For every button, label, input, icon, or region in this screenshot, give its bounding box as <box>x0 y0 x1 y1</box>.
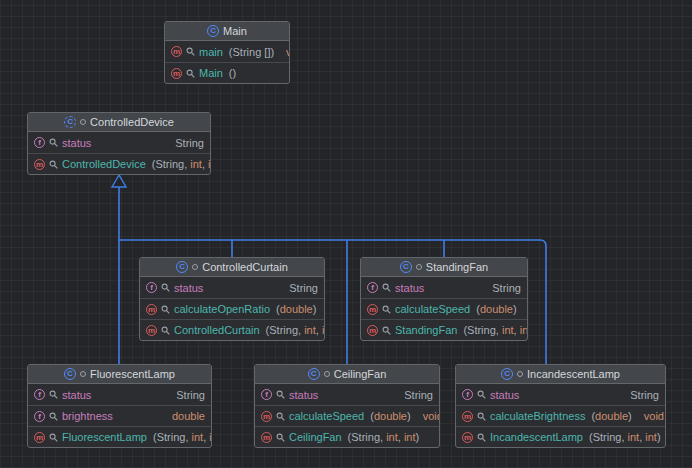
method-row[interactable]: mCeilingFan(String, int, int) <box>255 426 439 447</box>
type-token: ) <box>416 431 420 443</box>
visibility-icon <box>276 412 285 421</box>
field-icon: f <box>34 411 45 422</box>
field-row[interactable]: fbrightnessdouble <box>28 405 211 426</box>
class-header[interactable]: CMain <box>165 22 289 41</box>
method-row[interactable]: mcalculateSpeed(double)void <box>255 405 439 426</box>
field-row[interactable]: fstatusString <box>28 132 210 153</box>
type-token: String <box>175 137 204 149</box>
visibility-icon <box>477 390 486 399</box>
member-type: void <box>278 46 290 58</box>
field-row[interactable]: fstatusString <box>361 277 527 298</box>
method-row[interactable]: mMain() <box>165 62 289 83</box>
type-token: int <box>628 431 640 443</box>
field-row[interactable]: fstatusString <box>140 277 324 298</box>
method-icon: m <box>34 432 45 443</box>
method-row[interactable]: mIncandescentLamp(String, int, int) <box>456 426 665 447</box>
class-node-IncandescentLamp[interactable]: CIncandescentLampfstatusStringmcalculate… <box>455 364 666 448</box>
visibility-icon <box>161 305 170 314</box>
method-row[interactable]: mStandingFan(String, int, int) <box>361 319 527 340</box>
class-icon: C <box>176 261 188 273</box>
class-node-StandingFan[interactable]: CStandingFanfstatusStringmcalculateSpeed… <box>360 257 528 341</box>
member-params: (String, int, int) <box>152 158 211 170</box>
class-icon: C <box>400 261 412 273</box>
method-icon: m <box>367 304 378 315</box>
class-node-CeilingFan[interactable]: CCeilingFanfstatusStringmcalculateSpeed(… <box>254 364 440 448</box>
member-params: () <box>229 67 236 79</box>
member-type: void <box>521 303 528 315</box>
type-token: String <box>492 282 521 294</box>
method-row[interactable]: mcalculateSpeed(double)void <box>361 298 527 319</box>
diagram-canvas[interactable]: CMainmmain(String [])voidmMain()CControl… <box>0 0 692 468</box>
method-row[interactable]: mFluorescentLamp(String, int, int) <box>28 426 211 447</box>
method-row[interactable]: mcalculateOpenRatio(double)void <box>140 298 324 319</box>
method-row[interactable]: mcalculateBrightness(double)void <box>456 405 665 426</box>
field-row[interactable]: fstatusString <box>28 384 211 405</box>
type-token: String <box>176 389 205 401</box>
method-row[interactable]: mmain(String [])void <box>165 41 289 62</box>
class-header[interactable]: CStandingFan <box>361 258 527 277</box>
field-icon: f <box>261 389 272 400</box>
type-token: int <box>190 158 202 170</box>
member-params: (String, int, int) <box>153 431 212 443</box>
type-token: int <box>520 324 528 336</box>
method-icon: m <box>171 68 182 79</box>
modifier-icon <box>80 119 86 125</box>
modifier-icon <box>192 264 198 270</box>
member-type: void <box>320 303 325 315</box>
type-token: String <box>157 431 186 443</box>
class-icon: C <box>207 25 219 37</box>
type-token: int <box>386 431 398 443</box>
type-token: String <box>593 431 622 443</box>
class-node-Main[interactable]: CMainmmain(String [])voidmMain() <box>164 21 290 84</box>
type-token: String <box>269 324 298 336</box>
class-name: CeilingFan <box>334 368 387 380</box>
method-row[interactable]: mControlledCurtain(String, int, int) <box>140 319 324 340</box>
modifier-icon <box>324 371 330 377</box>
method-row[interactable]: mControlledDevice(String, int, int) <box>28 153 210 174</box>
class-icon: C <box>308 368 320 380</box>
class-header[interactable]: CCeilingFan <box>255 365 439 384</box>
class-node-FluorescentLamp[interactable]: CFluorescentLampfstatusStringfbrightness… <box>27 364 212 448</box>
class-header[interactable]: CFluorescentLamp <box>28 365 211 384</box>
field-icon: f <box>146 282 157 293</box>
member-type: String <box>622 389 659 401</box>
field-icon: f <box>367 282 378 293</box>
visibility-icon <box>382 283 391 292</box>
class-node-ControlledDevice[interactable]: CControlledDevicefstatusStringmControlle… <box>27 112 211 175</box>
class-members: fstatusStringmcalculateSpeed(double)void… <box>255 384 439 447</box>
method-icon: m <box>462 411 473 422</box>
type-token: double <box>172 410 205 422</box>
type-token: String <box>155 158 184 170</box>
class-name: Main <box>223 25 247 37</box>
class-icon: C <box>501 368 513 380</box>
method-icon: m <box>367 325 378 336</box>
member-name: FluorescentLamp <box>62 431 147 443</box>
type-token: int <box>404 431 416 443</box>
type-token: String <box>467 324 496 336</box>
type-token: int <box>502 324 514 336</box>
type-token: void <box>286 46 290 58</box>
class-node-ControlledCurtain[interactable]: CControlledCurtainfstatusStringmcalculat… <box>139 257 325 341</box>
visibility-icon <box>186 47 195 56</box>
class-header[interactable]: CIncandescentLamp <box>456 365 665 384</box>
field-icon: f <box>462 389 473 400</box>
type-token: String <box>233 46 262 58</box>
member-type: void <box>636 410 664 422</box>
class-icon: C <box>64 368 76 380</box>
member-name: status <box>395 282 424 294</box>
type-token: double <box>374 410 407 422</box>
member-params: (String, int, int) <box>589 431 661 443</box>
class-header[interactable]: CControlledDevice <box>28 113 210 132</box>
member-name: IncandescentLamp <box>490 431 583 443</box>
type-token: int <box>209 431 212 443</box>
class-members: fstatusStringfbrightnessdoublemFluoresce… <box>28 384 211 447</box>
method-icon: m <box>146 325 157 336</box>
class-header[interactable]: CControlledCurtain <box>140 258 324 277</box>
field-row[interactable]: fstatusString <box>456 384 665 405</box>
field-row[interactable]: fstatusString <box>255 384 439 405</box>
visibility-icon <box>49 412 58 421</box>
type-token: int <box>208 158 211 170</box>
type-token: ) <box>657 431 661 443</box>
visibility-icon <box>477 412 486 421</box>
field-icon: f <box>34 137 45 148</box>
